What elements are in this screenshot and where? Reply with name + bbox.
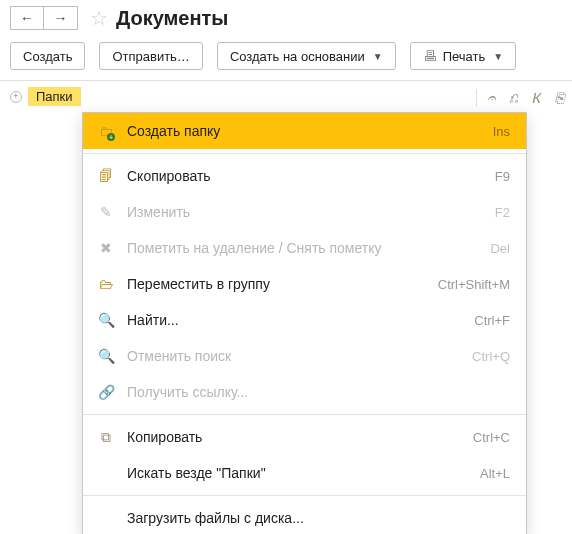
context-menu-item[interactable]: ⧉КопироватьCtrl+C xyxy=(83,419,526,455)
chevron-down-icon: ▼ xyxy=(493,51,503,62)
context-menu-label: Копировать xyxy=(127,429,473,445)
context-menu-item[interactable]: 🔍Найти...Ctrl+F xyxy=(83,302,526,338)
create-button-label: Создать xyxy=(23,49,72,64)
context-menu-label: Найти... xyxy=(127,312,474,328)
context-menu-shortcut: Ctrl+Q xyxy=(472,349,510,364)
search-icon: 🔍 xyxy=(95,312,117,328)
context-menu-item: ✖Пометить на удаление / Снять пометкуDel xyxy=(83,230,526,266)
context-menu-separator xyxy=(83,414,526,415)
context-menu-shortcut: Alt+L xyxy=(480,466,510,481)
attachment-icon[interactable]: 𝄐 xyxy=(487,89,495,107)
context-menu-item[interactable]: 🗐СкопироватьF9 xyxy=(83,158,526,194)
create-button[interactable]: Создать xyxy=(10,42,85,70)
tree-item-folders[interactable]: Папки xyxy=(28,87,81,106)
bookmark-icon[interactable]: ⎌ xyxy=(509,89,518,107)
context-menu-label: Загрузить файлы с диска... xyxy=(127,510,510,526)
copy-doc-icon: 🗐 xyxy=(95,168,117,184)
context-menu-label: Изменить xyxy=(127,204,495,220)
context-menu-label: Скопировать xyxy=(127,168,495,184)
context-menu-shortcut: F9 xyxy=(495,169,510,184)
context-menu-shortcut: Ctrl+C xyxy=(473,430,510,445)
pencil-icon: ✎ xyxy=(95,204,117,220)
context-menu-shortcut: Del xyxy=(490,241,510,256)
favorite-star-icon[interactable]: ☆ xyxy=(90,8,108,28)
export-icon[interactable]: ⎘ xyxy=(555,89,564,107)
print-button-label: Печать xyxy=(443,49,486,64)
context-menu-shortcut: F2 xyxy=(495,205,510,220)
context-menu-item[interactable]: 🗀+Создать папкуIns xyxy=(83,113,526,149)
folder-plus-icon: 🗀+ xyxy=(95,123,117,139)
context-menu-label: Получить ссылку... xyxy=(127,384,510,400)
context-menu-item[interactable]: 🗁Переместить в группуCtrl+Shift+M xyxy=(83,266,526,302)
printer-icon: 🖶 xyxy=(423,48,437,64)
context-menu-separator xyxy=(83,153,526,154)
send-button[interactable]: Отправить… xyxy=(99,42,202,70)
context-menu-separator xyxy=(83,495,526,496)
context-menu-item: 🔍Отменить поискCtrl+Q xyxy=(83,338,526,374)
context-menu: 🗀+Создать папкуIns🗐СкопироватьF9✎Изменит… xyxy=(82,112,527,534)
italic-k-icon[interactable]: К xyxy=(532,89,541,107)
search-cancel-icon: 🔍 xyxy=(95,348,117,364)
context-menu-item: ✎ИзменитьF2 xyxy=(83,194,526,230)
context-menu-shortcut: Ctrl+F xyxy=(474,313,510,328)
context-menu-item[interactable]: Загрузить файлы с диска... xyxy=(83,500,526,534)
arrow-right-icon: → xyxy=(54,10,68,26)
context-menu-label: Искать везде "Папки" xyxy=(127,465,480,481)
context-menu-label: Отменить поиск xyxy=(127,348,472,364)
link-icon: 🔗 xyxy=(95,384,117,400)
context-menu-shortcut: Ctrl+Shift+M xyxy=(438,277,510,292)
context-menu-label: Переместить в группу xyxy=(127,276,438,292)
chevron-down-icon: ▼ xyxy=(373,51,383,62)
arrow-left-icon: ← xyxy=(20,10,34,26)
tree-expand-icon[interactable]: + xyxy=(10,91,22,103)
page-title: Документы xyxy=(116,7,228,30)
context-menu-item: 🔗Получить ссылку... xyxy=(83,374,526,410)
context-menu-item[interactable]: Искать везде "Папки"Alt+L xyxy=(83,455,526,491)
context-menu-label: Создать папку xyxy=(127,123,493,139)
nav-forward-button[interactable]: → xyxy=(44,6,78,30)
create-based-on-label: Создать на основании xyxy=(230,49,365,64)
context-menu-label: Пометить на удаление / Снять пометку xyxy=(127,240,490,256)
context-menu-shortcut: Ins xyxy=(493,124,510,139)
trash-mark-icon: ✖ xyxy=(95,240,117,256)
copy-icon: ⧉ xyxy=(95,429,117,446)
send-button-label: Отправить… xyxy=(112,49,189,64)
create-based-on-button[interactable]: Создать на основании ▼ xyxy=(217,42,396,70)
print-button[interactable]: 🖶 Печать ▼ xyxy=(410,42,517,70)
move-group-icon: 🗁 xyxy=(95,276,117,292)
nav-back-button[interactable]: ← xyxy=(10,6,44,30)
